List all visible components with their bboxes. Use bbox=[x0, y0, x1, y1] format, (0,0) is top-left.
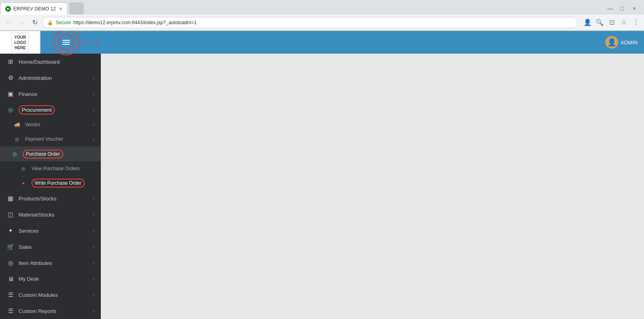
purchase-order-icon: ◎ bbox=[10, 151, 19, 157]
sidebar-item-services[interactable]: ✦ Services ‹ bbox=[0, 223, 101, 239]
logo-text: YOUR LOGO HERE bbox=[11, 33, 29, 52]
logo-area: YOUR LOGO HERE bbox=[0, 31, 40, 54]
material-icon: ◫ bbox=[6, 211, 15, 218]
sales-icon: 🛒 bbox=[6, 243, 15, 250]
close-button[interactable]: × bbox=[629, 4, 640, 13]
sidebar: ⊞ Home/Dashboard ⚙ Administration ‹ ▣ Fi… bbox=[0, 54, 101, 319]
sidebar-item-vendor[interactable]: 🚚 Vendor ‹ bbox=[0, 117, 101, 132]
sidebar-item-purchase-order[interactable]: ◎ Purchase Order ——→ 3 bbox=[0, 146, 101, 161]
url-text: https://demo12.erprev.com:8443/index.jsp… bbox=[73, 20, 197, 25]
nav-bar: ← → ↻ 🔒 Secure https://demo12.erprev.com… bbox=[0, 15, 644, 31]
admin-icon: ⚙ bbox=[6, 74, 15, 81]
write-po-icon: ● bbox=[19, 181, 27, 186]
sidebar-item-my-desk[interactable]: 🖥 My Desk ‹ bbox=[0, 271, 101, 287]
hamburger-icon bbox=[63, 40, 70, 45]
sidebar-label-sales: Sales bbox=[19, 244, 93, 250]
annotation-1-arrow: ——→ 1 bbox=[78, 40, 98, 46]
custom-modules-icon: ☰ bbox=[6, 291, 15, 298]
sidebar-label-admin: Administration bbox=[19, 75, 93, 81]
browser-action-icons: 👤 🔍 ⊡ ☆ ⋮ bbox=[583, 19, 641, 26]
procurement-arrow: ‹ bbox=[93, 107, 94, 112]
active-tab[interactable]: ERPREV DEMO 12 × bbox=[0, 2, 68, 15]
content-area bbox=[101, 54, 644, 319]
address-bar[interactable]: 🔒 Secure https://demo12.erprev.com:8443/… bbox=[42, 17, 578, 28]
procurement-icon: ◎ bbox=[6, 106, 15, 113]
services-arrow: ‹ bbox=[93, 228, 94, 233]
sidebar-item-item-attributes[interactable]: ◎ Item Attributes ‹ bbox=[0, 255, 101, 271]
profile-icon[interactable]: 👤 bbox=[583, 19, 592, 26]
sidebar-item-write-purchase-order[interactable]: ● Write Purchase Order ——→ 4 bbox=[0, 176, 101, 190]
browser-chrome: ERPREV DEMO 12 × — □ × ← → ↻ 🔒 Secure ht… bbox=[0, 0, 644, 31]
sidebar-item-custom-modules[interactable]: ☰ Custom Modules ‹ bbox=[0, 287, 101, 303]
sidebar-item-procurement[interactable]: ◎ Procurement ‹ ——→ 2 bbox=[0, 102, 101, 117]
sidebar-item-view-purchase-orders[interactable]: ◎ View Purchase Orders bbox=[0, 161, 101, 176]
procurement-highlight: Procurement bbox=[19, 105, 55, 115]
reload-button[interactable]: ↻ bbox=[29, 17, 40, 28]
sidebar-item-sales[interactable]: 🛒 Sales ‹ bbox=[0, 239, 101, 255]
window-controls: — □ × bbox=[604, 4, 644, 13]
lock-icon: 🔒 bbox=[47, 20, 53, 25]
app-header: YOUR LOGO HERE ——→ 1 👤 ADMIN bbox=[0, 31, 644, 54]
user-avatar: 👤 bbox=[605, 36, 618, 49]
sidebar-item-administration[interactable]: ⚙ Administration ‹ bbox=[0, 70, 101, 86]
sidebar-item-custom-reports[interactable]: ☰ Custom Reports ‹ bbox=[0, 303, 101, 319]
minimize-button[interactable]: — bbox=[604, 4, 616, 13]
new-tab-button[interactable] bbox=[69, 2, 84, 15]
sidebar-label-services: Services bbox=[19, 228, 93, 234]
my-desk-icon: 🖥 bbox=[6, 275, 15, 282]
admin-arrow: ‹ bbox=[93, 75, 94, 80]
vendor-icon: 🚚 bbox=[13, 122, 21, 127]
sidebar-item-payment-voucher[interactable]: ◎ Payment Voucher ‹ bbox=[0, 132, 101, 146]
main-layout: ⊞ Home/Dashboard ⚙ Administration ‹ ▣ Fi… bbox=[0, 54, 644, 319]
sidebar-label-custom-modules: Custom Modules bbox=[19, 292, 93, 298]
sidebar-label-item-attr: Item Attributes bbox=[19, 260, 93, 266]
finance-arrow: ‹ bbox=[93, 92, 94, 96]
forward-button[interactable]: → bbox=[16, 17, 27, 28]
sidebar-label-view-po: View Purchase Orders bbox=[31, 166, 94, 171]
payment-arrow: ‹ bbox=[93, 137, 94, 142]
sidebar-label-procurement: Procurement bbox=[19, 107, 93, 113]
sidebar-label-my-desk: My Desk bbox=[19, 276, 93, 282]
my-desk-arrow: ‹ bbox=[93, 277, 94, 281]
maximize-button[interactable]: □ bbox=[617, 4, 628, 13]
products-icon: ▦ bbox=[6, 195, 15, 202]
sidebar-label-vendor: Vendor bbox=[25, 122, 93, 127]
sidebar-item-finance[interactable]: ▣ Finance ‹ bbox=[0, 86, 101, 102]
sidebar-label-custom-reports: Custom Reports bbox=[19, 308, 93, 314]
tab-favicon bbox=[5, 6, 11, 12]
finance-icon: ▣ bbox=[6, 90, 15, 98]
material-arrow: ‹ bbox=[93, 212, 94, 217]
sidebar-item-products-stocks[interactable]: ▦ Products/Stocks ‹ bbox=[0, 190, 101, 206]
sidebar-label-payment: Payment Voucher bbox=[25, 136, 93, 142]
extension-icon: ⋮ bbox=[631, 19, 641, 26]
custom-reports-arrow: ‹ bbox=[93, 309, 94, 313]
sidebar-label-material: Material/Stocks bbox=[19, 212, 93, 218]
write-po-highlight: Write Purchase Order bbox=[31, 179, 85, 188]
secure-label: Secure bbox=[56, 20, 71, 25]
sidebar-label-finance: Finance bbox=[19, 91, 93, 97]
hamburger-button[interactable] bbox=[58, 34, 74, 50]
zoom-icon[interactable]: 🔍 bbox=[595, 19, 604, 26]
sidebar-item-home-dashboard[interactable]: ⊞ Home/Dashboard bbox=[0, 54, 101, 70]
custom-reports-icon: ☰ bbox=[6, 307, 15, 315]
custom-modules-arrow: ‹ bbox=[93, 292, 94, 297]
sales-arrow: ‹ bbox=[93, 244, 94, 249]
tab-bar: ERPREV DEMO 12 × — □ × bbox=[0, 0, 644, 15]
sidebar-item-material-stocks[interactable]: ◫ Material/Stocks ‹ bbox=[0, 206, 101, 223]
tab-close-button[interactable]: × bbox=[56, 6, 62, 12]
item-attr-arrow: ‹ bbox=[93, 261, 94, 265]
cast-icon[interactable]: ⊡ bbox=[607, 19, 617, 26]
user-name-label: ADMIN bbox=[621, 40, 638, 46]
tab-title: ERPREV DEMO 12 bbox=[13, 6, 56, 12]
bookmark-icon[interactable]: ☆ bbox=[619, 19, 629, 26]
home-icon: ⊞ bbox=[6, 58, 15, 65]
sidebar-label-write-po: Write Purchase Order bbox=[31, 180, 94, 186]
back-button[interactable]: ← bbox=[3, 17, 15, 28]
sidebar-label-purchase-order: Purchase Order bbox=[23, 151, 94, 157]
sidebar-label-home: Home/Dashboard bbox=[19, 59, 94, 65]
products-arrow: ‹ bbox=[93, 196, 94, 201]
app-wrapper: YOUR LOGO HERE ——→ 1 👤 ADMIN ⊞ Home/Dash… bbox=[0, 31, 644, 319]
user-menu[interactable]: 👤 ADMIN bbox=[605, 36, 638, 49]
item-attr-icon: ◎ bbox=[6, 259, 15, 267]
vendor-arrow: ‹ bbox=[93, 122, 94, 127]
